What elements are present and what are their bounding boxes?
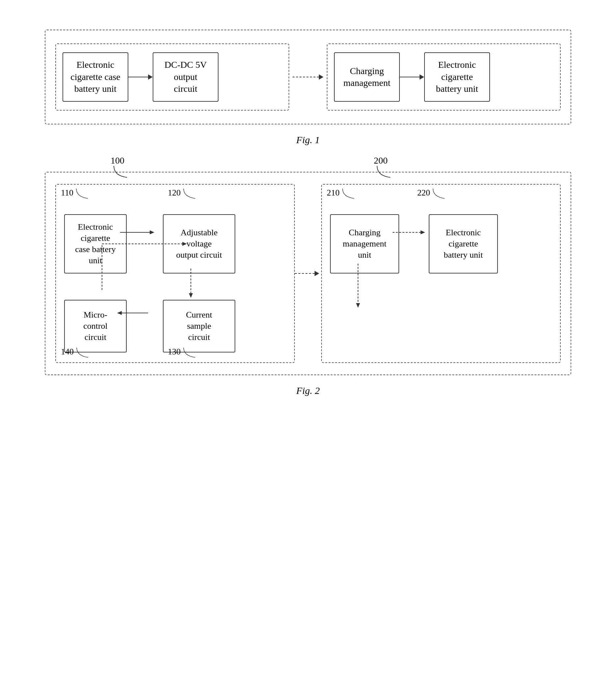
fig2-micro-control-block: Micro- control circuit — [64, 300, 127, 353]
fig1-battery-block: Electronic cigarette battery unit — [424, 52, 490, 102]
fig2-arrows-right — [322, 185, 560, 362]
fig1-caption: Fig. 1 — [296, 134, 320, 146]
fig2-label-200-curve — [374, 166, 394, 179]
page: Electronic cigarette case battery unit D… — [0, 0, 616, 673]
fig2-label-220: 220 — [417, 188, 448, 200]
fig2-label-130: 130 — [168, 347, 198, 359]
fig2-ecig-battery-block: Electronic cigarette battery unit — [429, 214, 498, 273]
fig1-arrow2 — [400, 74, 424, 80]
fig2-label-100: 100 — [111, 155, 125, 166]
fig2-adjustable-block: Adjustable voltage output circuit — [163, 214, 235, 273]
fig1-charging-block: Charging management — [334, 52, 400, 102]
fig2-case-battery-block: Electronic cigarette case battery unit — [64, 214, 127, 273]
fig2-charging-mgmt-block: Charging management unit — [330, 214, 399, 273]
fig2-current-sample-block: Current sample circuit — [163, 300, 235, 353]
fig1-container: Electronic cigarette case battery unit D… — [45, 30, 571, 125]
fig2-label-200: 200 — [374, 155, 388, 166]
fig1-dcdc-block: DC-DC 5V output circuit — [153, 52, 218, 102]
svg-marker-12 — [356, 303, 360, 308]
fig2-label-110: 110 — [61, 188, 91, 200]
fig2-container: 100 200 110 — [45, 172, 571, 396]
fig2-caption: Fig. 2 — [45, 385, 571, 396]
fig2-label-210: 210 — [327, 188, 357, 200]
fig2-label-140: 140 — [61, 347, 91, 359]
fig1-arrow1 — [128, 74, 153, 80]
fig1-case-battery-block: Electronic cigarette case battery unit — [62, 52, 128, 102]
fig2-label-100-curve — [111, 166, 130, 179]
svg-marker-3 — [189, 293, 193, 298]
fig2-label-120: 120 — [168, 188, 198, 200]
